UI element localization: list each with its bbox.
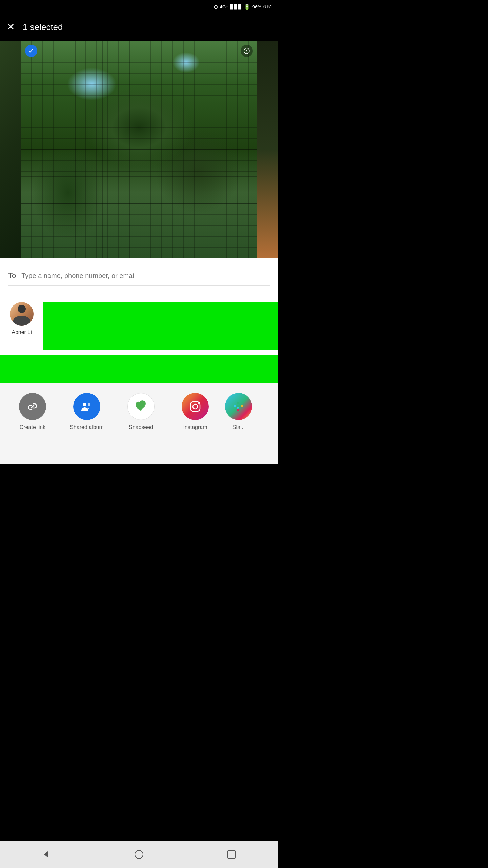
to-label: To xyxy=(8,271,16,280)
photo-left-peek xyxy=(0,41,21,258)
contact-item[interactable]: Abner Li xyxy=(8,302,35,350)
green-bar xyxy=(0,356,278,383)
recipient-input[interactable] xyxy=(21,272,270,280)
more-options-icon xyxy=(243,47,250,54)
photo-selected-checkmark[interactable]: ✓ xyxy=(25,45,37,57)
svg-point-3 xyxy=(83,403,86,406)
svg-point-2 xyxy=(246,52,247,52)
slack-icon xyxy=(225,393,252,420)
clock: 6:51 xyxy=(263,4,272,9)
share-option-slack[interactable]: Sla... xyxy=(222,393,255,430)
share-section: To xyxy=(0,258,278,294)
status-bar: ⊖ 4G+ ▊▊▊ 🔋 96% 6:51 xyxy=(0,0,278,14)
battery-level: 96% xyxy=(252,4,261,9)
dnd-icon: ⊖ xyxy=(214,4,218,10)
svg-rect-9 xyxy=(234,405,236,407)
share-option-shared-album[interactable]: Shared album xyxy=(60,393,114,430)
snapseed-icon xyxy=(127,393,155,420)
battery-icon: 🔋 xyxy=(244,4,250,10)
status-icons: ⊖ 4G+ ▊▊▊ 🔋 96% 6:51 xyxy=(214,4,272,10)
contact-avatar xyxy=(10,302,34,326)
top-bar: ✕ 1 selected xyxy=(0,14,278,41)
to-row: To xyxy=(8,266,270,286)
create-link-icon xyxy=(19,393,46,420)
svg-rect-14 xyxy=(237,405,241,407)
photo-fence-overlay xyxy=(21,41,257,258)
bottom-spacer xyxy=(0,437,278,464)
create-link-label: Create link xyxy=(20,424,45,430)
green-highlight-block xyxy=(43,302,278,350)
instagram-icon xyxy=(182,393,209,420)
shared-album-icon xyxy=(73,393,100,420)
photo-right-peek xyxy=(257,41,278,258)
photo-strip: ✓ xyxy=(0,41,278,258)
instagram-label: Instagram xyxy=(183,424,207,430)
svg-point-8 xyxy=(198,402,199,404)
svg-rect-11 xyxy=(241,405,243,407)
slack-label: Sla... xyxy=(232,424,245,430)
share-option-create-link[interactable]: Create link xyxy=(5,393,60,430)
photo-main[interactable]: ✓ xyxy=(21,41,257,258)
share-options-row: Create link Shared album xyxy=(5,393,272,430)
selected-count-title: 1 selected xyxy=(23,22,63,33)
share-option-snapseed[interactable]: Snapseed xyxy=(114,393,168,430)
network-icon: 4G+ xyxy=(220,4,228,9)
signal-icon: ▊▊▊ xyxy=(230,4,242,9)
svg-rect-10 xyxy=(237,402,239,404)
share-options-section: Create link Shared album xyxy=(0,383,278,437)
contact-name: Abner Li xyxy=(12,329,32,335)
snapseed-label: Snapseed xyxy=(129,424,153,430)
share-option-instagram[interactable]: Instagram xyxy=(168,393,222,430)
contacts-row: Abner Li xyxy=(0,294,278,356)
svg-rect-12 xyxy=(237,409,239,411)
close-button[interactable]: ✕ xyxy=(7,22,15,32)
svg-point-4 xyxy=(88,403,90,406)
shared-album-label: Shared album xyxy=(70,424,104,430)
photo-menu-button[interactable] xyxy=(241,45,253,57)
svg-point-7 xyxy=(193,404,198,409)
